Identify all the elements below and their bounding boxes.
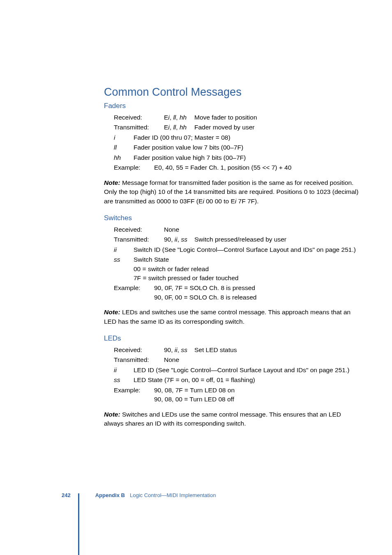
faders-received-desc: Move fader to position <box>194 113 359 122</box>
note-label: Note: <box>104 309 120 315</box>
leds-example-line2: 90, 08, 00 = Turn LED 08 off <box>154 395 359 404</box>
switches-ss-key: ss <box>114 255 134 283</box>
faders-ll-desc: Fader position value low 7 bits (00–7F) <box>134 143 359 152</box>
leds-tx-label: Transmitted: <box>114 355 164 364</box>
faders-i-desc: Fader ID (00 thru 07; Master = 08) <box>134 133 359 142</box>
section-heading: Common Control Messages <box>104 84 359 100</box>
switches-subheading: Switches <box>104 213 359 223</box>
switches-ss-line1: Switch State <box>134 255 359 264</box>
switches-tx-desc: Switch pressed/released by user <box>194 235 359 244</box>
switches-note: Note: LEDs and switches use the same con… <box>104 308 359 326</box>
switches-note-text: LEDs and switches use the same control m… <box>104 309 350 325</box>
leds-note-text: Switches and LEDs use the same control m… <box>104 411 341 427</box>
footer-rule <box>78 493 79 555</box>
leds-received-code: 90, ii, ss <box>164 345 194 355</box>
page-footer: 242 Appendix B Logic Control—MIDI Implem… <box>62 492 216 500</box>
appendix-label: Appendix B <box>95 492 125 500</box>
faders-received-code: Ei, ll, hh <box>164 113 194 122</box>
faders-subheading: Faders <box>104 101 359 111</box>
note-label: Note: <box>104 411 120 418</box>
appendix-title: Logic Control—MIDI Implementation <box>130 492 216 500</box>
faders-tx-desc: Fader moved by user <box>194 123 359 132</box>
switches-tx-label: Transmitted: <box>114 235 164 244</box>
faders-example-label: Example: <box>114 163 154 172</box>
leds-ss-key: ss <box>114 375 134 385</box>
page-number: 242 <box>62 492 71 500</box>
faders-tx-label: Transmitted: <box>114 123 164 132</box>
leds-example-label: Example: <box>114 386 154 404</box>
leds-example-line1: 90, 08, 7F = Turn LED 08 on <box>154 386 359 395</box>
leds-tx-code: None <box>164 355 194 364</box>
leds-ss-desc: LED State (7F = on, 00 = off, 01 = flash… <box>134 375 359 385</box>
switches-example-line1: 90, 0F, 7F = SOLO Ch. 8 is pressed <box>154 283 359 292</box>
switches-example-line2: 90, 0F, 00 = SOLO Ch. 8 is released <box>154 293 359 302</box>
faders-received-label: Received: <box>114 113 164 122</box>
leds-received-desc: Set LED status <box>194 345 359 355</box>
switches-ii-key: ii <box>114 245 134 254</box>
switches-ss-line3: 7F = switch pressed or fader touched <box>134 274 359 283</box>
leds-subheading: LEDs <box>104 334 359 344</box>
faders-example-text: E0, 40, 55 = Fader Ch. 1, position (55 <… <box>154 163 359 172</box>
switches-received-code: None <box>164 225 194 234</box>
switches-received-label: Received: <box>114 225 164 234</box>
faders-ll-key: ll <box>114 143 134 152</box>
faders-note: Note: Message format for transmitted fad… <box>104 178 359 206</box>
switches-ii-desc: Switch ID (See "Logic Control—Control Su… <box>134 245 359 254</box>
leds-ii-desc: LED ID (See "Logic Control—Control Surfa… <box>134 366 359 375</box>
leds-received-label: Received: <box>114 345 164 355</box>
faders-note-text: Message format for transmitted fader pos… <box>104 179 358 205</box>
switches-ss-line2: 00 = switch or fader relead <box>134 265 359 274</box>
faders-hh-key: hh <box>114 153 134 162</box>
faders-i-key: i <box>114 133 134 142</box>
faders-tx-code: Ei, ll, hh <box>164 123 194 132</box>
faders-hh-desc: Fader position value high 7 bits (00–7F) <box>134 153 359 162</box>
switches-tx-code: 90, ii, ss <box>164 235 194 244</box>
leds-note: Note: Switches and LEDs use the same con… <box>104 410 359 428</box>
note-label: Note: <box>104 179 120 186</box>
leds-ii-key: ii <box>114 366 134 375</box>
switches-example-label: Example: <box>114 283 154 302</box>
